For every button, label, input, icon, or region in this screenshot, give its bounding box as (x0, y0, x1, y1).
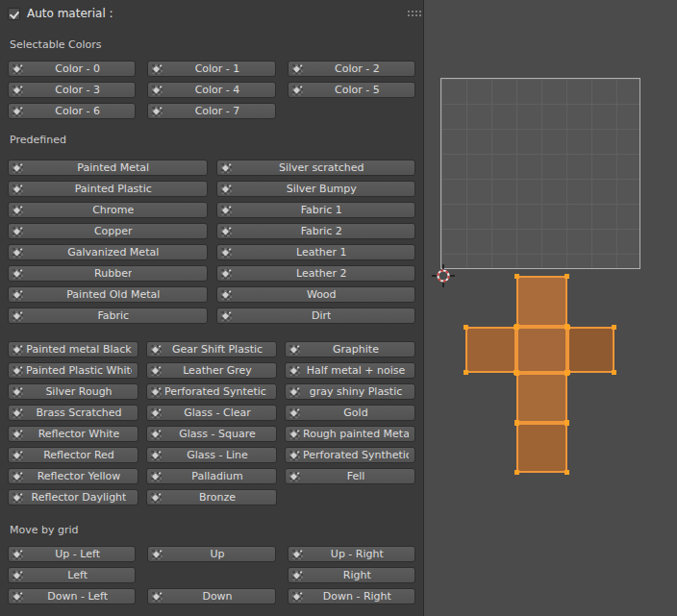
painted-metal-button[interactable]: Painted Metal (8, 160, 208, 176)
painted-metal-black-button[interactable]: Painted metal Black (8, 341, 138, 357)
button-label: Painted Metal (77, 162, 149, 173)
half-metal-noise-button[interactable]: Half metal + noise (285, 362, 415, 379)
vertex-handle[interactable] (514, 470, 519, 475)
reflector-yellow-button[interactable]: Reflector Yellow (8, 468, 138, 484)
reflector-white-button[interactable]: Reflector White (8, 426, 138, 442)
mesh-face-bottom-center[interactable] (516, 373, 567, 423)
vertex-handle[interactable] (464, 370, 468, 375)
glass-line-button[interactable]: Glass - Line (146, 447, 277, 463)
material-icon (13, 205, 23, 215)
move-up-button[interactable]: Up (147, 546, 275, 562)
fabric-2-button[interactable]: Fabric 2 (216, 223, 416, 239)
material-icon (151, 365, 162, 376)
color-6-button[interactable]: Color - 6 (8, 103, 136, 119)
color-1-button[interactable]: Color - 1 (147, 61, 275, 77)
rough-painted-metal-button[interactable]: Rough painted Metal (285, 426, 415, 442)
auto-material-checkbox[interactable] (8, 8, 20, 20)
tool-panel: Auto material : Selectable Colors Color … (0, 0, 423, 616)
button-label: Palladium (191, 471, 242, 481)
material-icon (151, 429, 162, 439)
material-icon (151, 492, 162, 503)
painted-old-metal-button[interactable]: Painted Old Metal (8, 286, 208, 303)
leather-grey-button[interactable]: Leather Grey (146, 362, 277, 379)
mesh-face-top[interactable] (516, 276, 567, 327)
material-icon (13, 549, 23, 559)
silver-bumpy-button[interactable]: Silver Bumpy (216, 181, 416, 197)
button-label: Fabric (97, 310, 129, 321)
painted-plastic-white-button[interactable]: Painted Plastic White (8, 362, 138, 379)
wood-button[interactable]: Wood (216, 286, 416, 303)
vertex-handle[interactable] (564, 274, 569, 279)
leather-1-button[interactable]: Leather 1 (216, 244, 416, 260)
move-down-right-button[interactable]: Down - Right (288, 588, 415, 604)
silver-rough-button[interactable]: Silver Rough (8, 383, 138, 400)
vertex-handle[interactable] (514, 274, 519, 279)
material-icon (13, 310, 23, 321)
material-icon (13, 184, 23, 194)
color-0-button[interactable]: Color - 0 (8, 61, 136, 77)
plane-object[interactable] (440, 78, 640, 269)
button-label: Fabric 1 (301, 205, 342, 215)
panel-drag-handle-icon[interactable] (408, 11, 410, 12)
vertex-handle[interactable] (564, 371, 569, 376)
material-icon (221, 205, 232, 215)
button-label: Up - Left (55, 549, 100, 559)
move-up-left-button[interactable]: Up - Left (8, 546, 136, 562)
chrome-button[interactable]: Chrome (8, 202, 208, 218)
rubber-button[interactable]: Rubber (8, 265, 208, 282)
viewport[interactable] (423, 0, 677, 616)
color-5-button[interactable]: Color - 5 (288, 82, 415, 98)
vertex-handle[interactable] (514, 421, 519, 426)
bronze-button[interactable]: Bronze (146, 489, 277, 505)
perforated-synthetic-button[interactable]: Perforated Synthetic (285, 447, 415, 463)
leather-2-button[interactable]: Leather 2 (216, 265, 416, 282)
material-icon (289, 386, 300, 397)
vertex-handle[interactable] (565, 325, 570, 330)
fabric-button[interactable]: Fabric (8, 308, 208, 324)
vertex-handle[interactable] (564, 470, 569, 475)
painted-plastic-button[interactable]: Painted Plastic (8, 181, 208, 197)
glass-square-button[interactable]: Glass - Square (146, 426, 277, 442)
material-icon (152, 549, 163, 559)
perforated-syntetic-pl-button[interactable]: Perforated Syntetic Pl.. (146, 383, 277, 400)
vertex-handle[interactable] (564, 421, 569, 426)
gray-shiny-plastic-button[interactable]: gray shiny Plastic (285, 383, 415, 400)
silver-scratched-button[interactable]: Silver scratched (216, 160, 416, 176)
button-label: Down (202, 591, 232, 602)
copper-button[interactable]: Copper (8, 223, 208, 239)
button-label: Fabric 2 (301, 226, 342, 236)
gear-shift-plastic-button[interactable]: Gear Shift Plastic (146, 341, 277, 357)
color-7-button[interactable]: Color - 7 (147, 103, 275, 119)
palladium-button[interactable]: Palladium (146, 468, 277, 484)
vertex-handle[interactable] (612, 370, 616, 375)
reflector-red-button[interactable]: Reflector Red (8, 447, 138, 463)
mesh-face-middle-left[interactable] (465, 327, 516, 373)
color-2-button[interactable]: Color - 2 (288, 61, 415, 77)
vertex-handle[interactable] (464, 325, 468, 330)
vertex-handle[interactable] (612, 325, 616, 330)
color-4-button[interactable]: Color - 4 (147, 82, 275, 98)
mesh-face-middle-center[interactable] (516, 327, 567, 373)
mesh-face-bottom[interactable] (516, 423, 567, 473)
fell-button[interactable]: Fell (285, 468, 415, 484)
material-icon (151, 471, 162, 481)
button-label: Galvanized Metal (67, 247, 159, 258)
graphite-button[interactable]: Graphite (285, 341, 415, 357)
move-right-button[interactable]: Right (288, 567, 415, 583)
color-3-button[interactable]: Color - 3 (8, 82, 136, 98)
glass-clear-button[interactable]: Glass - Clear (146, 405, 277, 421)
move-left-button[interactable]: Left (8, 567, 136, 583)
move-down-button[interactable]: Down (147, 588, 275, 604)
vertex-handle[interactable] (514, 371, 519, 376)
brass-scratched-button[interactable]: Brass Scratched (8, 405, 138, 421)
mesh-face-middle-right[interactable] (567, 327, 614, 373)
move-down-left-button[interactable]: Down - Left (8, 588, 136, 604)
dirt-button[interactable]: Dirt (216, 308, 416, 324)
vertex-handle[interactable] (514, 325, 519, 330)
fabric-1-button[interactable]: Fabric 1 (216, 202, 416, 218)
move-up-right-button[interactable]: Up - Right (288, 546, 415, 562)
gold-button[interactable]: Gold (285, 405, 415, 421)
reflector-daylight-button[interactable]: Reflector Daylight (8, 489, 138, 505)
material-icon (13, 344, 23, 355)
galvanized-metal-button[interactable]: Galvanized Metal (8, 244, 208, 260)
